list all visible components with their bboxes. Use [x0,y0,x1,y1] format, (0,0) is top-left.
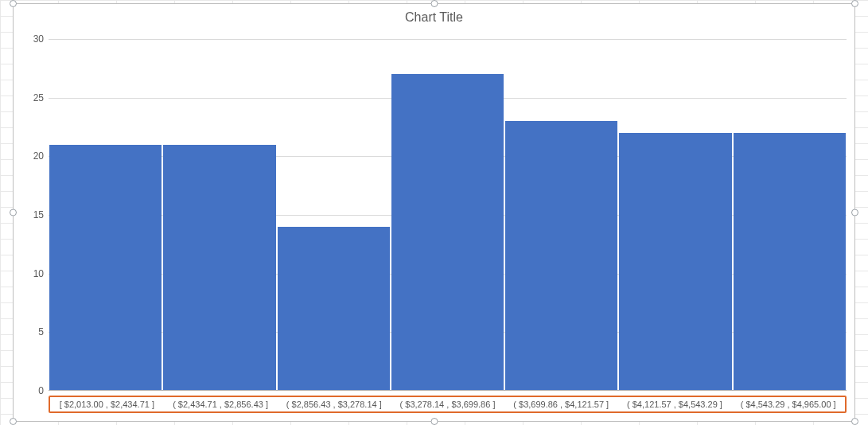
resize-handle-s[interactable] [430,418,438,425]
bar[interactable] [391,74,504,391]
x-tick-label: ( $2,434.71 , $2,856.43 ] [164,400,278,409]
x-tick-label: ( $4,543.29 , $4,965.00 ] [731,400,845,409]
y-tick-label: 30 [21,33,44,45]
bar-slot [733,39,847,391]
bar-slot [49,39,162,391]
y-tick-label: 5 [21,326,44,337]
resize-handle-e[interactable] [851,209,858,216]
x-axis-line [49,390,847,391]
bar[interactable] [49,145,162,391]
plot-container: 051015202530 [49,39,847,391]
y-tick-label: 15 [21,209,44,220]
chart-title[interactable]: Chart Title [14,4,854,31]
bars-group [49,39,847,391]
x-tick-label: ( $2,856.43 , $3,278.14 ] [277,400,391,409]
chart-object[interactable]: Chart Title 051015202530 [ $2,013.00 , $… [13,3,855,422]
y-tick-label: 25 [21,92,44,103]
bar[interactable] [163,145,275,391]
bar[interactable] [619,133,731,391]
x-tick-label: [ $2,013.00 , $2,434.71 ] [50,400,164,409]
x-tick-label: ( $3,699.86 , $4,121.57 ] [504,400,618,409]
bar[interactable] [505,121,617,391]
resize-handle-sw[interactable] [10,418,17,425]
resize-handle-ne[interactable] [851,0,858,7]
bar[interactable] [734,133,846,391]
bar-slot [277,39,391,391]
bar-slot [504,39,618,391]
y-tick-label: 0 [21,385,44,396]
bar[interactable] [278,227,390,391]
resize-handle-w[interactable] [10,209,17,216]
bar-slot [618,39,732,391]
y-tick-label: 20 [21,150,44,162]
y-tick-label: 10 [21,268,44,279]
plot-area[interactable]: 051015202530 [49,39,847,391]
bar-slot [162,39,276,391]
resize-handle-nw[interactable] [10,0,17,7]
resize-handle-n[interactable] [430,0,438,7]
resize-handle-se[interactable] [851,418,858,425]
x-tick-label: ( $3,278.14 , $3,699.86 ] [391,400,504,409]
x-tick-label: ( $4,121.57 , $4,543.29 ] [618,400,732,409]
bar-slot [391,39,504,391]
x-axis-labels[interactable]: [ $2,013.00 , $2,434.71 ]( $2,434.71 , $… [49,396,847,413]
